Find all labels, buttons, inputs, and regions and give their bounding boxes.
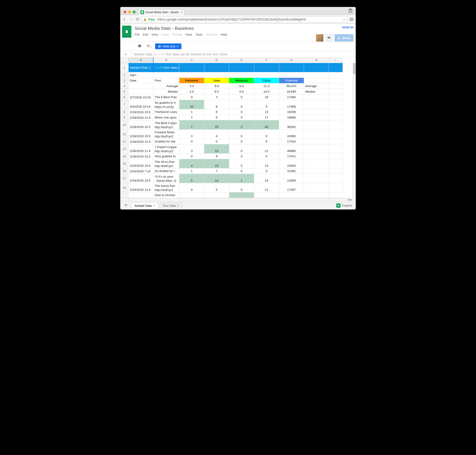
cell[interactable]: Post (153, 78, 179, 83)
cell[interactable] (329, 144, 343, 154)
cell[interactable]: 0.0 (229, 89, 254, 94)
cell[interactable] (129, 89, 153, 94)
cell[interactable]: 36262 (279, 120, 304, 130)
cell[interactable]: 0 (229, 139, 254, 144)
cell[interactable] (329, 174, 343, 183)
cell[interactable] (329, 115, 343, 120)
cell[interactable] (304, 109, 329, 115)
row-header[interactable]: 13 (120, 144, 129, 154)
cell[interactable]: Sample Data :) (129, 63, 153, 72)
menu-tools[interactable]: Tools (195, 33, 203, 36)
cell[interactable]: 2/25/2016 7:14 (129, 168, 153, 174)
cell[interactable]: 9.9 (204, 83, 229, 89)
maximize-window-button[interactable] (133, 11, 135, 13)
row-header[interactable]: 2 (120, 72, 129, 78)
cell[interactable]: 8 (204, 100, 229, 109)
print-icon[interactable] (136, 43, 143, 49)
cell[interactable]: 0 (179, 183, 204, 192)
spreadsheet-grid[interactable]: ABCDEFGHI1Sample Data :)------> Your dat… (120, 57, 356, 198)
cell[interactable] (304, 192, 329, 198)
forward-button[interactable] (129, 17, 133, 22)
cell[interactable]: 5 (204, 183, 229, 192)
cell[interactable]: Potential (279, 78, 304, 83)
cell[interactable] (329, 83, 343, 89)
cell[interactable]: 3.4 (179, 83, 204, 89)
cell[interactable]: 0 (229, 130, 254, 139)
cell[interactable] (229, 72, 254, 78)
chevron-down-icon[interactable]: ▼ (153, 204, 155, 207)
cell[interactable]: How to Human (153, 192, 179, 198)
cell[interactable] (329, 63, 343, 72)
cell[interactable] (304, 154, 329, 159)
cell[interactable] (179, 192, 204, 198)
cell[interactable]: Mentions (229, 78, 254, 83)
cell[interactable]: Likes (204, 78, 229, 83)
cell[interactable] (129, 192, 153, 198)
row-header[interactable]: 11 (120, 130, 129, 139)
column-header[interactable]: H (304, 57, 329, 63)
cell[interactable]: When one upvo (153, 115, 179, 120)
cell[interactable]: 4 (179, 159, 204, 168)
cell[interactable] (329, 192, 343, 198)
share-button[interactable]: Share (334, 34, 353, 41)
cell[interactable]: 2.0 (179, 89, 204, 94)
cell[interactable]: 0 (204, 139, 229, 144)
row-header[interactable]: 6 (120, 94, 129, 100)
cell[interactable] (329, 120, 343, 130)
cell[interactable] (304, 120, 329, 130)
cell[interactable] (304, 94, 329, 100)
cell[interactable]: The 6 Best Prac (153, 94, 179, 100)
cell[interactable]: 2/29/2016 10:2 (129, 120, 153, 130)
comments-button[interactable] (325, 34, 333, 41)
chevron-down-icon[interactable]: ▼ (177, 204, 179, 207)
cell[interactable]: Very grateful fo (153, 154, 179, 159)
browser-tab[interactable]: Social Media Stats - Baseli × (138, 9, 184, 15)
column-header[interactable]: C (179, 57, 204, 63)
cell[interactable]: 3 (179, 144, 204, 154)
cell[interactable] (329, 183, 343, 192)
cell[interactable]: 25 (204, 120, 229, 130)
close-tab-icon[interactable]: × (181, 11, 182, 14)
cell[interactable]: 18363 (279, 159, 304, 168)
cell[interactable]: 1 (179, 115, 204, 120)
cell[interactable]: 2/29/2016 15:5 (129, 109, 153, 115)
cell[interactable] (229, 63, 254, 72)
cell[interactable] (120, 57, 129, 63)
cell[interactable]: 17 (254, 115, 279, 120)
cell[interactable] (329, 94, 343, 100)
sign-in-link[interactable]: SIGN IN (342, 26, 353, 29)
row-header[interactable]: 9 (120, 115, 129, 120)
sheet-tab-active[interactable]: Sample Data ▼ (131, 202, 158, 209)
row-header[interactable]: 16 (120, 168, 129, 174)
cell[interactable] (329, 89, 343, 94)
cell[interactable]: 6 (204, 109, 229, 115)
cell[interactable] (129, 83, 153, 89)
bookmark-star-icon[interactable]: ☆ (342, 17, 346, 22)
cell[interactable] (279, 72, 304, 78)
row-header[interactable]: 15 (120, 159, 129, 168)
cell[interactable] (304, 63, 329, 72)
cell[interactable]: 8.0 (204, 89, 229, 94)
column-header[interactable]: E (229, 57, 254, 63)
cell[interactable]: Average (304, 83, 329, 89)
column-header[interactable]: F (254, 57, 279, 63)
cell[interactable]: Median (304, 89, 329, 94)
cell[interactable]: 0 (179, 94, 204, 100)
column-header[interactable]: A (129, 57, 153, 63)
cell[interactable]: The All-in-One http://buff.ly/2 (153, 159, 179, 168)
cell[interactable]: 0.4 (229, 83, 254, 89)
cell[interactable] (179, 72, 204, 78)
cell[interactable]: 2/26/2016 10:2 (129, 154, 153, 159)
cell[interactable]: 0 (229, 115, 254, 120)
reload-button[interactable] (135, 17, 140, 22)
cell[interactable]: 0 (179, 139, 204, 144)
cell[interactable]: Median (153, 89, 179, 94)
cell[interactable] (304, 183, 329, 192)
cell[interactable] (304, 174, 329, 183)
cell[interactable]: 24365 (279, 130, 304, 139)
cell[interactable] (304, 115, 329, 120)
cell[interactable] (329, 159, 343, 168)
cell[interactable]: 0 (229, 144, 254, 154)
vertical-scrollbar[interactable] (352, 63, 356, 198)
cell[interactable] (304, 78, 329, 83)
